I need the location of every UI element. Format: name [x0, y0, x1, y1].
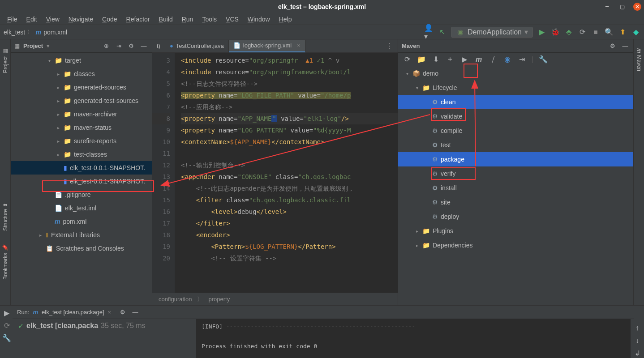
reload-icon[interactable]: ⟳	[403, 55, 412, 64]
menu-window[interactable]: Window	[244, 15, 274, 24]
tree-item[interactable]: ▮elk_test-0.0.1-SNAPSHOT.	[11, 161, 152, 175]
coverage-icon[interactable]: ⬘	[564, 28, 573, 37]
debug-icon[interactable]: 🐞	[551, 28, 560, 37]
menu-edit[interactable]: Edit	[23, 15, 41, 24]
profile-icon[interactable]: ⟳	[578, 28, 587, 37]
tree-item[interactable]: ▸📁maven-status	[11, 121, 152, 134]
sync-icon[interactable]: ⬆	[618, 28, 627, 37]
run-icon[interactable]: ▶	[537, 28, 546, 37]
check-icon: ✓	[18, 322, 24, 330]
menu-help[interactable]: Help	[275, 15, 296, 24]
minimize-btn[interactable]: ━	[603, 3, 611, 11]
search-icon[interactable]: 🔍	[605, 28, 614, 37]
stop-run-icon[interactable]: ⟳	[2, 321, 11, 330]
menu-code[interactable]: Code	[99, 15, 120, 24]
navbar-right: 👤▾ ↖ ◉ DemoApplication ▾ ▶ 🐞 ⬘ ⟳ ■ 🔍 ⬆ ◆	[424, 27, 640, 38]
tree-item[interactable]: mpom.xml	[11, 215, 152, 228]
maven-tree[interactable]: ▾📦 demo▾📁 Lifecycle⚙ clean⚙ validate⚙ co…	[398, 66, 633, 305]
maven-tree-item[interactable]: ⚙ verify	[398, 166, 633, 181]
user-icon[interactable]: 👤▾	[424, 28, 433, 37]
tree-item[interactable]: 📋Scratches and Consoles	[11, 242, 152, 255]
tree-item[interactable]: ▾📁target	[11, 54, 152, 67]
down-icon[interactable]: ↓	[633, 336, 642, 345]
maven-tree-item[interactable]: ▸📁 Plugins	[398, 224, 633, 238]
maven-tree-item[interactable]: ⚙ deploy	[398, 209, 633, 224]
m-icon[interactable]: m	[474, 55, 483, 64]
add-icon[interactable]: ＋	[446, 55, 455, 64]
download-icon[interactable]: ⬇	[431, 55, 440, 64]
settings-icon[interactable]: ⚙	[127, 42, 136, 51]
soft-wrap-icon[interactable]: ↲	[633, 349, 642, 358]
editor-tab[interactable]: ● TestController.java	[165, 40, 229, 52]
maven-tree-item[interactable]: ⚙ validate	[398, 109, 633, 124]
menu-build[interactable]: Build	[155, 15, 176, 24]
maven-hide-icon[interactable]: —	[621, 42, 630, 51]
run-tab[interactable]: elk_test [clean,package]	[42, 309, 104, 315]
wrench-run-icon[interactable]: 🔧	[2, 333, 11, 342]
ide-icon[interactable]: ◆	[631, 28, 640, 37]
rerun-icon[interactable]: ▶	[2, 308, 11, 317]
tree-item[interactable]: ▸📁generated-sources	[11, 81, 152, 94]
tree-item[interactable]: 📄.gitignore	[11, 188, 152, 201]
tree-item[interactable]: ▮elk_test-0.0.1-SNAPSHOT.	[11, 175, 152, 188]
run-settings-icon[interactable]: ⚙	[118, 308, 127, 317]
editor-tab[interactable]: t)	[152, 40, 165, 52]
structure-tab[interactable]: Structure ⬍	[2, 203, 9, 235]
maven-tab[interactable]: m Maven	[636, 48, 642, 71]
project-tree[interactable]: ▾📁target▸📁classes▸📁generated-sources▸📁ge…	[11, 53, 152, 305]
maven-tree-item[interactable]: ⚙ package	[398, 152, 633, 166]
generate-icon[interactable]: 📁	[417, 55, 426, 64]
project-panel: ▦ Project ▾ ⊕ ⇥ ⚙ — ▾📁target▸📁classes▸📁g…	[11, 39, 152, 305]
maven-tree-item[interactable]: ⚙ install	[398, 181, 633, 195]
close-btn[interactable]: ✕	[633, 3, 641, 11]
maven-tree-item[interactable]: ▸📁 Dependencies	[398, 238, 633, 252]
menu-view[interactable]: View	[43, 15, 63, 24]
maven-tree-item[interactable]: ▾📦 demo	[398, 66, 633, 81]
tree-item[interactable]: ▸📁classes	[11, 67, 152, 81]
run-maven-icon[interactable]: ▶	[460, 55, 469, 64]
maven-tree-item[interactable]: ⚙ test	[398, 138, 633, 152]
up-icon[interactable]: ↑	[633, 324, 642, 332]
tree-item[interactable]: 📄elk_test.iml	[11, 201, 152, 215]
bookmarks-tab[interactable]: Bookmarks 🔖	[2, 244, 9, 284]
editor-body[interactable]: 34567891011121314151617181920 <include r…	[152, 53, 398, 293]
build-hammer-icon[interactable]: ↖	[438, 28, 447, 37]
code-area[interactable]: <include resource="org/springfr ▲1 ✓1 ^ …	[175, 53, 398, 293]
run-hide-icon[interactable]: —	[131, 308, 140, 317]
tree-item[interactable]: ▸⫴External Libraries	[11, 228, 152, 242]
wrench-icon[interactable]: 🔧	[539, 55, 548, 64]
run-task[interactable]: ✓ elk_test [clean,packa 35 sec, 75 ms	[13, 319, 196, 332]
skip-tests-icon[interactable]: ⧸	[489, 55, 498, 64]
maximize-btn[interactable]: ▢	[618, 3, 626, 11]
project-tab[interactable]: Project ▦	[2, 48, 9, 77]
collapse-all-icon[interactable]: ⇥	[517, 55, 526, 64]
editor-tab[interactable]: 📄 logback-spring.xml ×	[229, 40, 305, 52]
target-icon[interactable]: ⊕	[102, 42, 111, 51]
menu-navigate[interactable]: Navigate	[65, 15, 97, 24]
menu-tools[interactable]: Tools	[198, 15, 220, 24]
hide-icon[interactable]: —	[139, 42, 148, 51]
more-tabs-icon[interactable]: ⋮	[382, 42, 398, 50]
menu-file[interactable]: File	[4, 15, 21, 24]
tree-item[interactable]: ▸📁test-classes	[11, 148, 152, 161]
close-tab-icon[interactable]: ×	[108, 309, 112, 315]
tree-item[interactable]: ▸📁generated-test-sources	[11, 94, 152, 107]
tree-item[interactable]: ▸📁surefire-reports	[11, 134, 152, 148]
maven-tree-item[interactable]: ⚙ site	[398, 195, 633, 209]
stop-icon[interactable]: ■	[591, 28, 600, 37]
maven-tree-item[interactable]: ▾📁 Lifecycle	[398, 81, 633, 95]
run-config-selector[interactable]: ◉ DemoApplication ▾	[451, 27, 533, 38]
bc-item[interactable]: configuration	[159, 296, 192, 303]
collapse-icon[interactable]: ⇥	[114, 42, 123, 51]
bc-item[interactable]: property	[208, 296, 230, 303]
maven-tree-item[interactable]: ⚙ clean	[398, 95, 633, 109]
menu-run[interactable]: Run	[178, 15, 197, 24]
menu-refactor[interactable]: Refactor	[123, 15, 154, 24]
menu-vcs[interactable]: VCS	[222, 15, 242, 24]
maven-tree-item[interactable]: ⚙ compile	[398, 124, 633, 138]
breadcrumb-root[interactable]: elk_test	[4, 29, 25, 36]
reimport-icon[interactable]: ◉	[503, 55, 512, 64]
maven-settings-icon[interactable]: ⚙	[608, 42, 617, 51]
tree-item[interactable]: ▸📁maven-archiver	[11, 107, 152, 121]
breadcrumb-file[interactable]: pom.xml	[43, 29, 67, 36]
